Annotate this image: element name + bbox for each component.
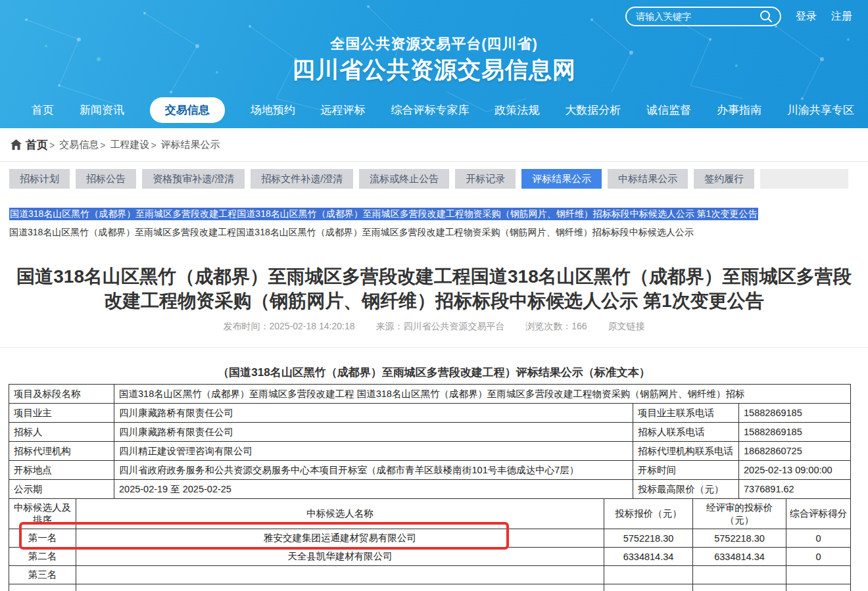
nav-item-home[interactable]: 首页 bbox=[32, 103, 54, 118]
row-value2: 2025-02-13 09:00:00 bbox=[739, 461, 851, 480]
nav-item-remote-eval[interactable]: 远程评标 bbox=[321, 103, 366, 118]
divider bbox=[0, 347, 868, 348]
article-meta: 发布时间：2025-02-18 14:20:18 来源：四川省公共资源交易平台 … bbox=[0, 321, 868, 333]
header-toolbar: 登录 注册 bbox=[625, 7, 852, 26]
search-icon[interactable] bbox=[759, 9, 773, 24]
breadcrumb-trade-info[interactable]: 交易信息 bbox=[59, 139, 99, 151]
col-bid: 投标报价（元） bbox=[604, 499, 693, 529]
views-label: 浏览次数： bbox=[525, 321, 571, 331]
row-value: 四川康藏路桥有限责任公司 bbox=[114, 423, 633, 442]
views-count: 166 bbox=[571, 321, 587, 331]
annotation-highlight-box bbox=[19, 522, 509, 550]
row-label2: 招标代理机构联系电话 bbox=[633, 442, 739, 461]
row-label: 公示期 bbox=[9, 480, 114, 499]
page: 登录 注册 全国公共资源交易平台(四川省) 四川省公共资源交易信息网 首页 新闻… bbox=[0, 0, 868, 591]
article-title: 国道318名山区黑竹（成都界）至雨城区多营段改建工程国道318名山区黑竹（成都界… bbox=[11, 264, 857, 313]
site-header: 登录 注册 全国公共资源交易平台(四川省) 四川省公共资源交易信息网 首页 新闻… bbox=[0, 0, 868, 128]
col-reviewed: 经评审的投标价（元） bbox=[693, 499, 786, 529]
row-value2: 7376891.62 bbox=[739, 480, 851, 499]
candidate-score bbox=[786, 566, 851, 584]
publish-time-label: 发布时间： bbox=[223, 321, 269, 331]
row-value: 四川省政府政务服务和公共资源交易服务中心本项目开标室（成都市青羊区鼓楼南街101… bbox=[114, 461, 633, 480]
tab-failed-notice[interactable]: 流标或终止公告 bbox=[359, 169, 449, 189]
table-caption: （国道318名山区黑竹（成都界）至雨城区多营段改建工程）评标结果公示（标准文本） bbox=[0, 365, 868, 380]
search-input[interactable] bbox=[636, 11, 759, 22]
tab-prequal-supplement[interactable]: 资格预审补遗/澄清 bbox=[142, 169, 245, 189]
candidate-reviewed: 5752218.30 bbox=[693, 529, 786, 548]
table-row: 招标人 四川康藏路桥有限责任公司 招标人联系电话 15882869185 bbox=[9, 423, 851, 442]
row-label: 项目业主 bbox=[9, 404, 114, 423]
result-list-item-selected[interactable]: 国道318名山区黑竹（成都界）至雨城区多营段改建工程国道318名山区黑竹（成都界… bbox=[9, 207, 868, 220]
row-label2: 投标最高限价（元） bbox=[633, 480, 739, 499]
home-icon bbox=[11, 139, 22, 150]
row-value2: 15882869185 bbox=[739, 423, 851, 442]
tab-bid-plan[interactable]: 招标计划 bbox=[9, 169, 70, 189]
nav-item-bigdata[interactable]: 大数据分析 bbox=[565, 103, 621, 118]
row-label2: 项目业主联系电话 bbox=[633, 404, 739, 423]
breadcrumb-home[interactable]: 首页 bbox=[26, 137, 48, 153]
row-value: 四川精正建设管理咨询有限公司 bbox=[114, 442, 633, 461]
search-box[interactable] bbox=[625, 7, 781, 26]
candidate-row-2: 第二名 天全县凯华建材有限公司 6334814.34 6334814.34 0 bbox=[9, 548, 851, 566]
nav-item-guide[interactable]: 办事指南 bbox=[717, 103, 761, 118]
nav-item-chuanyu[interactable]: 川渝共享专区 bbox=[787, 103, 854, 118]
breadcrumb: 首页 > 交易信息 > 工程建设 > 评标结果公示 bbox=[0, 128, 868, 162]
tab-eval-result[interactable]: 评标结果公示 bbox=[521, 169, 602, 189]
table-row: 开标地点 四川省政府政务服务和公共资源交易服务中心本项目开标室（成都市青羊区鼓楼… bbox=[9, 461, 851, 480]
nav-item-integrity[interactable]: 诚信监督 bbox=[646, 103, 691, 118]
candidate-score: 0 bbox=[786, 529, 851, 548]
row-label: 招标代理机构 bbox=[9, 442, 114, 461]
origin-link[interactable]: 原文链接 bbox=[608, 321, 645, 331]
table-row: 招标代理机构 四川精正建设管理咨询有限公司 招标代理机构联系电话 1868286… bbox=[9, 442, 851, 461]
candidate-reviewed bbox=[693, 566, 786, 584]
tabs-filler bbox=[760, 169, 848, 189]
register-link[interactable]: 注册 bbox=[831, 10, 852, 24]
row-value: 四川康藏路桥有限责任公司 bbox=[114, 404, 633, 423]
table-row: 项目及标段名称 国道318名山区黑竹（成都界）至雨城区多营段改建工程 国道318… bbox=[9, 385, 851, 404]
row-label2: 开标时间 bbox=[633, 461, 739, 480]
candidates-section: 中标候选人及排序 中标候选人名称 投标报价（元） 经评审的投标价（元） 综合评标… bbox=[9, 498, 850, 591]
tab-bid-notice[interactable]: 招标公告 bbox=[76, 169, 136, 189]
row-value2: 18682860725 bbox=[739, 442, 851, 461]
nav-item-policy[interactable]: 政策法规 bbox=[494, 103, 539, 118]
nav-item-news[interactable]: 新闻资讯 bbox=[80, 103, 124, 118]
candidate-score: 0 bbox=[786, 548, 851, 566]
candidate-name bbox=[76, 566, 604, 584]
row-label: 开标地点 bbox=[9, 461, 114, 480]
project-info-table: 项目及标段名称 国道318名山区黑竹（成都界）至雨城区多营段改建工程 国道318… bbox=[9, 384, 851, 499]
main-nav: 首页 新闻资讯 交易信息 场地预约 远程评标 综合评标专家库 政策法规 大数据分… bbox=[0, 98, 868, 122]
tab-award-result[interactable]: 中标结果公示 bbox=[608, 169, 688, 189]
row-value: 2025-02-19 至 2025-02-25 bbox=[114, 480, 633, 499]
candidate-bid: 6334814.34 bbox=[604, 548, 693, 566]
nav-item-trade-info[interactable]: 交易信息 bbox=[150, 97, 225, 123]
publish-time: 2025-02-18 14:20:18 bbox=[269, 321, 354, 331]
source-label: 来源： bbox=[375, 321, 403, 331]
col-score: 综合评标得分 bbox=[786, 499, 851, 529]
source-value: 四川省公共资源交易平台 bbox=[403, 321, 504, 331]
table-row: 项目业主 四川康藏路桥有限责任公司 项目业主联系电话 15882869185 bbox=[9, 404, 851, 423]
table-row: 公示期 2025-02-19 至 2025-02-25 投标最高限价（元） 73… bbox=[9, 480, 851, 499]
tab-opening-record[interactable]: 开标记录 bbox=[455, 169, 516, 189]
tab-doc-supplement[interactable]: 招标文件补遗/澄清 bbox=[251, 169, 353, 189]
candidate-rank: 第二名 bbox=[9, 548, 76, 566]
nav-item-expert-pool[interactable]: 综合评标专家库 bbox=[391, 103, 469, 118]
candidate-bid bbox=[604, 566, 693, 584]
breadcrumb-separator: > bbox=[49, 140, 55, 151]
breadcrumb-engineering[interactable]: 工程建设 bbox=[110, 139, 149, 151]
login-link[interactable]: 登录 bbox=[796, 10, 817, 24]
candidate-bid: 5752218.30 bbox=[604, 529, 693, 548]
breadcrumb-separator: > bbox=[151, 140, 156, 151]
category-tabs: 招标计划 招标公告 资格预审补遗/澄清 招标文件补遗/澄清 流标或终止公告 开标… bbox=[9, 169, 848, 189]
row-label2: 招标人联系电话 bbox=[633, 423, 739, 442]
candidate-row-4 bbox=[9, 584, 851, 591]
tab-contract[interactable]: 签约履行 bbox=[694, 169, 754, 189]
candidate-name: 天全县凯华建材有限公司 bbox=[76, 548, 604, 566]
breadcrumb-separator: > bbox=[100, 140, 105, 151]
row-label: 项目及标段名称 bbox=[9, 385, 114, 404]
result-list-item[interactable]: 国道318名山区黑竹（成都界）至雨城区多营段改建工程国道318名山区黑竹（成都界… bbox=[9, 227, 868, 239]
row-value2: 15882869185 bbox=[739, 404, 851, 423]
nav-item-venue[interactable]: 场地预约 bbox=[251, 103, 295, 118]
candidate-row-3: 第三名 bbox=[9, 566, 851, 584]
breadcrumb-eval-result[interactable]: 评标结果公示 bbox=[161, 139, 220, 151]
candidate-reviewed: 6334814.34 bbox=[693, 548, 786, 566]
